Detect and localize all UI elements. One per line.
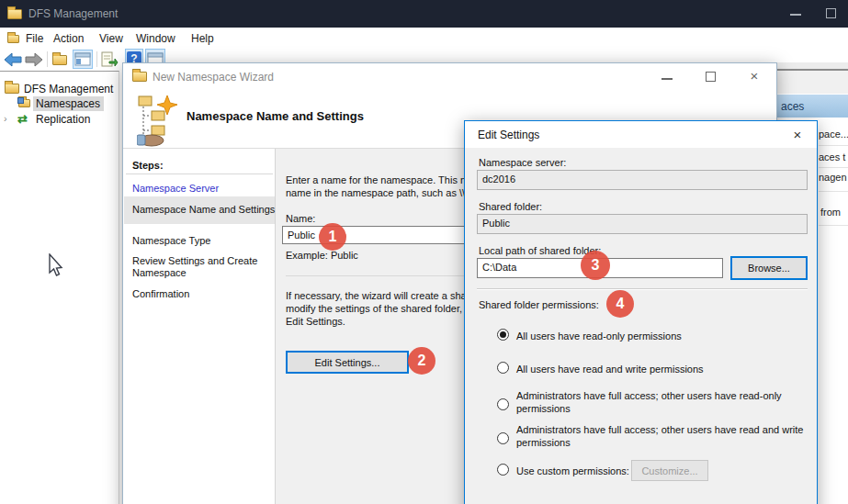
steps-divider xyxy=(126,174,273,174)
dialog-separator xyxy=(477,288,808,290)
menu-window[interactable]: Window xyxy=(132,31,179,46)
name-label: Name: xyxy=(286,213,315,224)
edit-settings-button[interactable]: Edit Settings... xyxy=(286,351,409,374)
dialog-close-icon[interactable]: × xyxy=(786,125,809,144)
annotation-badge-1: 1 xyxy=(319,223,346,251)
steps-pane: Steps: Namespace Server Namespace Name a… xyxy=(123,149,276,504)
console-tree-panel: DFS Management Namespaces › ⇄ Replicatio… xyxy=(0,71,119,504)
radio-admin-full-readonly[interactable] xyxy=(497,398,509,410)
bg-panel-band2 xyxy=(777,71,848,95)
customize-button: Customize... xyxy=(631,460,708,481)
menu-bar: File Action View Window Help xyxy=(0,28,848,49)
dfs-management-screen: DFS Management File Action View Window H… xyxy=(0,0,848,504)
menubar-folder-icon xyxy=(7,35,19,43)
radio-read-write[interactable] xyxy=(497,362,509,374)
radio-custom-permissions-label[interactable]: Use custom permissions: xyxy=(516,465,629,477)
radio-admin-full-readonly-label[interactable]: Administrators have full access; other u… xyxy=(516,389,820,415)
actions-header-fragment: aces xyxy=(781,100,804,113)
local-path-label: Local path of shared folder: xyxy=(479,245,601,256)
step-namespace-name-settings[interactable]: Namespace Name and Settings xyxy=(132,204,270,216)
show-hide-tree-icon[interactable] xyxy=(52,55,67,65)
annotation-badge-3: 3 xyxy=(581,251,610,280)
action-link-fragment[interactable]: pace... xyxy=(819,129,848,140)
namespace-server-label: Namespace server: xyxy=(479,157,566,168)
wizard-page-title: Namespace Name and Settings xyxy=(187,109,364,123)
wizard-note-line3: Edit Settings. xyxy=(286,316,345,327)
edit-settings-dialog: Edit Settings × Namespace server: dc2016… xyxy=(464,120,818,504)
wizard-note-line1: If necessary, the wizard will create a s… xyxy=(286,290,469,301)
wizard-window-title: New Namespace Wizard xyxy=(153,71,274,84)
step-confirmation[interactable]: Confirmation xyxy=(132,288,270,300)
content-divider xyxy=(286,275,466,276)
main-titlebar: DFS Management xyxy=(0,0,848,28)
step-namespace-type[interactable]: Namespace Type xyxy=(132,235,270,247)
action-link-fragment[interactable]: aces t xyxy=(819,151,845,162)
wizard-titlebar: New Namespace Wizard × xyxy=(123,63,776,89)
tree-item-replication[interactable]: Replication xyxy=(36,113,90,126)
menu-file[interactable]: File xyxy=(22,31,47,46)
permissions-label: Shared folder permissions: xyxy=(479,299,599,310)
menu-help[interactable]: Help xyxy=(187,31,218,46)
namespace-wizard-icon xyxy=(137,94,179,147)
back-icon[interactable] xyxy=(4,52,22,67)
radio-read-write-label[interactable]: All users have read and write permission… xyxy=(516,363,704,375)
annotation-badge-4: 4 xyxy=(606,290,634,318)
radio-custom-permissions[interactable] xyxy=(497,464,509,476)
action-link-fragment[interactable]: from xyxy=(820,207,841,218)
action-divider xyxy=(819,191,848,192)
radio-read-only-label[interactable]: All users have read-only permissions xyxy=(516,330,682,342)
shared-folder-label: Shared folder: xyxy=(479,201,542,212)
browse-button[interactable]: Browse... xyxy=(730,256,808,280)
action-divider xyxy=(819,167,848,168)
shared-folder-field: Public xyxy=(477,214,808,234)
menu-view[interactable]: View xyxy=(96,31,127,46)
minimize-icon[interactable] xyxy=(790,14,801,16)
maximize-icon[interactable] xyxy=(826,8,836,18)
radio-read-only[interactable] xyxy=(497,329,509,341)
menu-action[interactable]: Action xyxy=(50,31,87,46)
example-label: Example: Public xyxy=(286,250,358,261)
expand-chevron-icon[interactable]: › xyxy=(4,113,7,124)
export-list-icon[interactable] xyxy=(101,51,119,68)
main-window-title: DFS Management xyxy=(28,7,118,20)
radio-admin-full-readwrite-label[interactable]: Administrators have full access; other u… xyxy=(516,423,829,449)
wizard-close-icon[interactable]: × xyxy=(739,66,770,86)
wizard-intro-line1: Enter a name for the namespace. This na xyxy=(286,174,471,185)
namespace-server-field: dc2016 xyxy=(477,170,808,190)
forward-icon[interactable] xyxy=(25,52,43,67)
dialog-title: Edit Settings xyxy=(478,129,539,141)
actions-pane-header: aces xyxy=(777,95,848,118)
wizard-maximize-icon[interactable] xyxy=(706,72,716,82)
wizard-icon xyxy=(132,72,147,82)
toolbar-separator xyxy=(96,51,97,67)
toolbar-separator xyxy=(47,51,48,67)
step-review-settings[interactable]: Review Settings and Create Namespace xyxy=(132,255,270,279)
action-divider xyxy=(819,225,848,226)
mouse-cursor xyxy=(49,253,63,277)
tree-item-dfs-management[interactable]: DFS Management xyxy=(24,83,113,95)
dfs-root-icon xyxy=(5,84,19,94)
action-divider xyxy=(819,145,848,146)
replication-icon: ⇄ xyxy=(17,112,28,126)
wizard-minimize-icon[interactable] xyxy=(661,78,673,80)
radio-admin-full-readwrite[interactable] xyxy=(497,432,509,444)
namespaces-icon-overlay xyxy=(17,97,24,104)
app-folder-icon xyxy=(7,9,22,19)
wizard-intro-line2: name in the namespace path, such as \\ xyxy=(286,187,465,198)
action-link-fragment[interactable]: nagen xyxy=(819,172,847,183)
steps-header: Steps: xyxy=(132,160,270,172)
wizard-note-line2: modify the settings of the shared folder… xyxy=(286,303,476,314)
dialog-titlebar: Edit Settings × xyxy=(465,121,817,148)
console-pane-icon[interactable] xyxy=(73,50,93,69)
tree-item-namespaces[interactable]: Namespaces xyxy=(36,97,100,110)
annotation-badge-2: 2 xyxy=(408,347,435,375)
step-namespace-server[interactable]: Namespace Server xyxy=(132,183,270,195)
bg-panel-band xyxy=(777,62,848,69)
